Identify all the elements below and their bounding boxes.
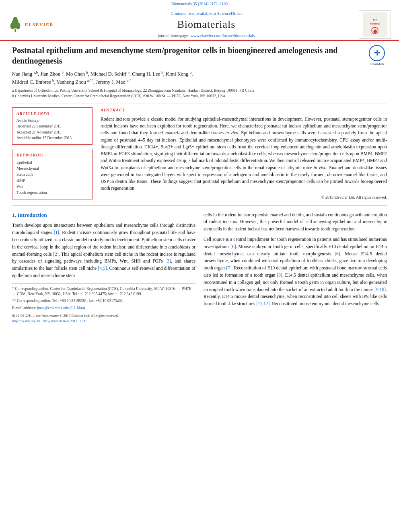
journal-name: Biomaterials xyxy=(62,17,351,32)
keywords-title: Keywords: xyxy=(16,152,88,158)
ref-9-10[interactable]: [9,10] xyxy=(374,287,386,292)
journal-header-center: Contents lists available at ScienceDirec… xyxy=(54,10,359,39)
article-info-abstract-row: Article info Article history: Received 2… xyxy=(12,107,387,200)
journal-homepage: journal homepage: www.elsevier.com/locat… xyxy=(62,33,351,39)
ref-3[interactable]: [3] xyxy=(165,259,171,263)
doi-link[interactable]: http://dx.doi.org/10.1016/j.biomaterials… xyxy=(12,319,88,323)
accepted-date: Accepted 21 November 2013 xyxy=(16,130,88,135)
doi-line: http://dx.doi.org/10.1016/j.biomaterials… xyxy=(12,318,195,324)
citation-text: Biomaterials 35 (2014) 2172–2180 xyxy=(171,2,228,6)
keyword-wnt: Wnt xyxy=(16,184,88,189)
intro-paragraph-1: Tooth develops upon interactions between… xyxy=(12,222,195,279)
journal-citation: Biomaterials 35 (2014) 2172–2180 xyxy=(0,0,399,8)
crossmark-label: CrossMark xyxy=(367,62,387,66)
abstract-column: Abstract Rodent incisors provide a class… xyxy=(101,107,387,200)
biomaterials-logo-image: Bio materials ⬤ xyxy=(363,12,387,37)
keyword-bmp: BMP xyxy=(16,178,88,183)
body-text-section: 1. Introduction Tooth develops upon inte… xyxy=(12,212,387,324)
authors-text: Nan Jiang a,b, Jian Zhou b, Mo Chen b, M… xyxy=(12,71,193,85)
article-info-box: Article info Article history: Received 2… xyxy=(12,107,93,145)
keyword-mesenchymal: Mesenchymal xyxy=(16,166,88,171)
affiliations: a Department of Orthodontics, Peking Uni… xyxy=(12,88,387,99)
footnotes-section: * Corresponding author. Center for Crani… xyxy=(12,283,195,323)
abstract-text: Rodent incisors provide a classic model … xyxy=(101,116,387,192)
available-date: Available online 15 December 2013 xyxy=(16,136,88,141)
footnote-email-link[interactable]: jmao@columbia.edu (J.J. Mao). xyxy=(37,306,86,310)
title-section: Postnatal epithelium and mesenchyme stem… xyxy=(12,45,387,66)
footnote-double-star: ** Corresponding author. Tel.: +86 10 82… xyxy=(12,298,195,304)
body-left-column: 1. Introduction Tooth develops upon inte… xyxy=(12,212,195,324)
page: Biomaterials 35 (2014) 2172–2180 ELSEVIE… xyxy=(0,0,399,532)
keyword-stem-cells: Stem cells xyxy=(16,172,88,177)
sciencedirect-line: Contents lists available at ScienceDirec… xyxy=(62,10,351,16)
affiliation-a: a Department of Orthodontics, Peking Uni… xyxy=(12,88,387,93)
svg-point-4 xyxy=(13,17,18,23)
body-right-column: cells in the rodent incisor replenish en… xyxy=(204,212,387,324)
left-column: Article info Article history: Received 2… xyxy=(12,107,93,200)
issn-line: 0142-9612/$ — see front matter © 2013 El… xyxy=(12,313,195,318)
biomaterials-logo-box: Bio materials ⬤ xyxy=(359,10,391,39)
ref-11-12[interactable]: [11,12] xyxy=(256,301,269,306)
ref-6a[interactable]: [6] xyxy=(230,244,236,249)
introduction-heading: 1. Introduction xyxy=(12,212,195,219)
crossmark-icon: ✛ xyxy=(369,45,385,61)
journal-header: ELSEVIER Contents lists available at Sci… xyxy=(0,8,399,41)
keyword-tooth: Tooth regeneration xyxy=(16,190,88,195)
section-divider-2 xyxy=(12,205,387,205)
svg-text:Bio: Bio xyxy=(373,18,377,21)
section-divider-1 xyxy=(12,103,387,103)
elsevier-tree-icon xyxy=(8,16,23,33)
affiliation-b: b Columbia University Medical Center, Ce… xyxy=(12,94,387,99)
ref-7[interactable]: [7] xyxy=(226,265,231,270)
article-info-title: Article info xyxy=(16,111,88,117)
received-date: Received 22 September 2013 xyxy=(16,124,88,129)
svg-rect-0 xyxy=(14,29,16,32)
article-content: Postnatal epithelium and mesenchyme stem… xyxy=(0,41,399,331)
ref-4-5[interactable]: [4,5] xyxy=(98,266,107,271)
svg-text:⬤: ⬤ xyxy=(373,29,377,33)
svg-text:materials: materials xyxy=(370,23,380,25)
crossmark-logo[interactable]: ✛ CrossMark xyxy=(367,45,387,66)
ref-6b[interactable]: [6] xyxy=(335,251,340,256)
footnote-email: E-mail address: jmao@columbia.edu (J.J. … xyxy=(12,306,195,311)
svg-point-2 xyxy=(10,23,15,29)
ref-8[interactable]: [8] xyxy=(277,273,282,277)
article-title: Postnatal epithelium and mesenchyme stem… xyxy=(12,45,361,66)
abstract-title: Abstract xyxy=(101,107,387,113)
footnote-star: * Corresponding author. Center for Crani… xyxy=(12,286,195,297)
keyword-epithelial: Epithelial xyxy=(16,160,88,165)
svg-point-3 xyxy=(16,23,21,29)
intro-paragraph-3: Cell source is a central impediment for … xyxy=(204,236,387,308)
authors-line: Nan Jiang a,b, Jian Zhou b, Mo Chen b, M… xyxy=(12,70,387,86)
copyright-line: © 2013 Elsevier Ltd. All rights reserved… xyxy=(101,195,387,200)
history-label: Article history: xyxy=(16,118,88,123)
elsevier-wordmark: ELSEVIER xyxy=(25,22,54,28)
keywords-box: Keywords: Epithelial Mesenchymal Stem ce… xyxy=(12,149,93,199)
ref-1[interactable]: [1] xyxy=(54,230,59,235)
sciencedirect-link-text[interactable]: ScienceDirect xyxy=(217,11,242,16)
intro-paragraph-2: cells in the rodent incisor replenish en… xyxy=(204,212,387,233)
homepage-link[interactable]: www.elsevier.com/locate/biomaterials xyxy=(190,33,255,38)
elsevier-logo: ELSEVIER xyxy=(8,16,54,33)
ref-2[interactable]: [2] xyxy=(53,252,58,257)
